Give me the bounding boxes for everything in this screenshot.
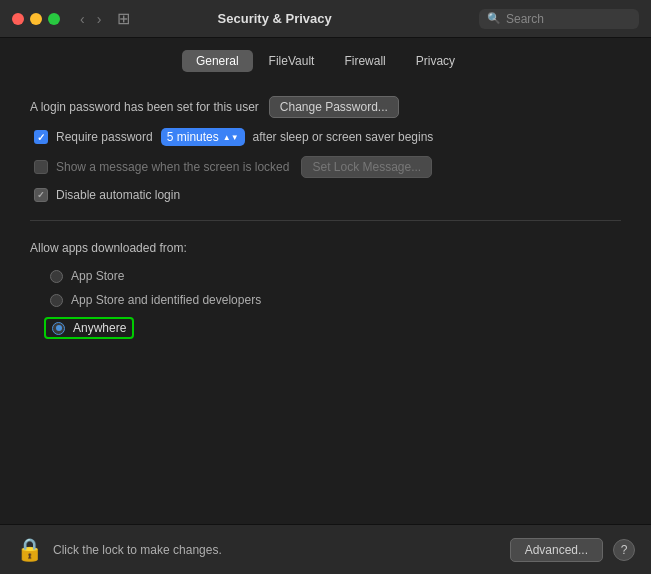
search-bar: 🔍	[479, 9, 639, 29]
radio-app-store[interactable]	[50, 270, 63, 283]
password-section: A login password has been set for this u…	[30, 96, 621, 221]
tab-firewall[interactable]: Firewall	[330, 50, 399, 72]
show-message-checkbox[interactable]	[34, 160, 48, 174]
main-content: A login password has been set for this u…	[0, 80, 651, 355]
minimize-button[interactable]	[30, 13, 42, 25]
after-label: after sleep or screen saver begins	[253, 130, 434, 144]
radio-anywhere[interactable]	[52, 322, 65, 335]
tab-general[interactable]: General	[182, 50, 253, 72]
radio-group: App Store App Store and identified devel…	[30, 269, 621, 339]
interval-select[interactable]: 5 minutes ▲▼	[161, 128, 245, 146]
traffic-lights	[12, 13, 60, 25]
require-password-label: Require password	[56, 130, 153, 144]
help-button[interactable]: ?	[613, 539, 635, 561]
radio-app-store-identified[interactable]	[50, 294, 63, 307]
disable-login-checkbox[interactable]: ✓	[34, 188, 48, 202]
set-lock-message-button[interactable]: Set Lock Message...	[301, 156, 432, 178]
radio-label-app-store: App Store	[71, 269, 124, 283]
radio-label-anywhere: Anywhere	[73, 321, 126, 335]
radio-row-app-store: App Store	[50, 269, 621, 283]
password-info-text: A login password has been set for this u…	[30, 100, 259, 114]
change-password-button[interactable]: Change Password...	[269, 96, 399, 118]
password-info-row: A login password has been set for this u…	[30, 96, 621, 118]
window-title: Security & Privacy	[78, 11, 471, 26]
disable-login-row: ✓ Disable automatic login	[34, 188, 621, 202]
apps-title: Allow apps downloaded from:	[30, 241, 621, 255]
tab-privacy[interactable]: Privacy	[402, 50, 469, 72]
require-password-row: ✓ Require password 5 minutes ▲▼ after sl…	[34, 128, 621, 146]
titlebar: ‹ › ⊞ Security & Privacy 🔍	[0, 0, 651, 38]
maximize-button[interactable]	[48, 13, 60, 25]
show-message-row: Show a message when the screen is locked…	[34, 156, 621, 178]
close-button[interactable]	[12, 13, 24, 25]
tabs-container: General FileVault Firewall Privacy	[0, 38, 651, 80]
show-message-label: Show a message when the screen is locked	[56, 160, 289, 174]
radio-row-app-store-identified: App Store and identified developers	[50, 293, 621, 307]
radio-row-anywhere: Anywhere	[50, 317, 621, 339]
select-arrow-icon: ▲▼	[223, 133, 239, 142]
apps-section: Allow apps downloaded from: App Store Ap…	[30, 241, 621, 339]
disable-login-label: Disable automatic login	[56, 188, 180, 202]
lock-icon: 🔒	[16, 537, 43, 563]
search-input[interactable]	[506, 12, 631, 26]
radio-label-app-store-identified: App Store and identified developers	[71, 293, 261, 307]
advanced-button[interactable]: Advanced...	[510, 538, 603, 562]
require-password-checkbox[interactable]: ✓	[34, 130, 48, 144]
tab-filevault[interactable]: FileVault	[255, 50, 329, 72]
lock-text: Click the lock to make changes.	[53, 543, 500, 557]
anywhere-wrapper: Anywhere	[44, 317, 134, 339]
search-icon: 🔍	[487, 12, 501, 25]
bottom-bar: 🔒 Click the lock to make changes. Advanc…	[0, 524, 651, 574]
interval-value: 5 minutes	[167, 130, 219, 144]
